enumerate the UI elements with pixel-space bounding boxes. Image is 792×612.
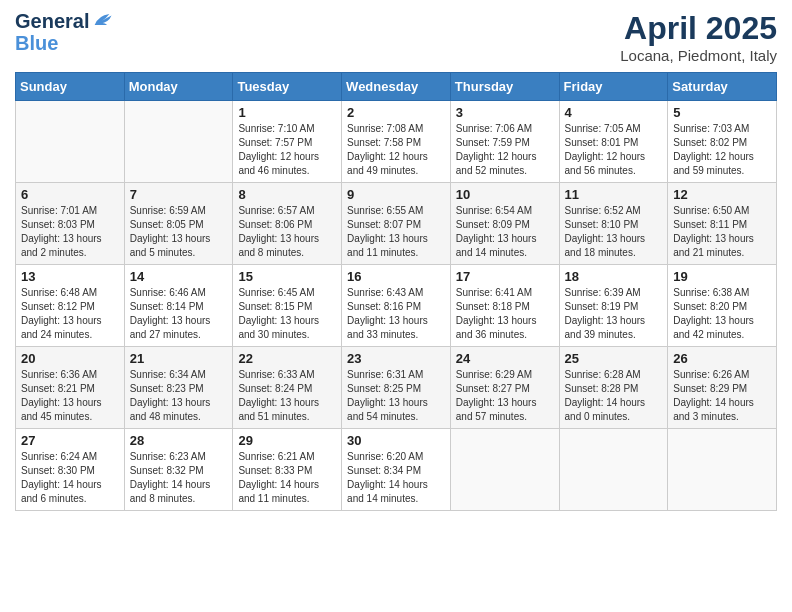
day-number: 7 [130,187,228,202]
day-number: 20 [21,351,119,366]
day-number: 8 [238,187,336,202]
col-saturday: Saturday [668,73,777,101]
table-row: 25Sunrise: 6:28 AMSunset: 8:28 PMDayligh… [559,347,668,429]
col-friday: Friday [559,73,668,101]
col-sunday: Sunday [16,73,125,101]
day-number: 26 [673,351,771,366]
day-number: 27 [21,433,119,448]
day-number: 28 [130,433,228,448]
day-info: Sunrise: 6:26 AMSunset: 8:29 PMDaylight:… [673,368,771,424]
day-number: 9 [347,187,445,202]
calendar-week-row: 20Sunrise: 6:36 AMSunset: 8:21 PMDayligh… [16,347,777,429]
calendar-week-row: 27Sunrise: 6:24 AMSunset: 8:30 PMDayligh… [16,429,777,511]
table-row: 28Sunrise: 6:23 AMSunset: 8:32 PMDayligh… [124,429,233,511]
logo-bird-icon [91,10,113,32]
calendar-week-row: 1Sunrise: 7:10 AMSunset: 7:57 PMDaylight… [16,101,777,183]
day-number: 1 [238,105,336,120]
calendar-table: Sunday Monday Tuesday Wednesday Thursday… [15,72,777,511]
day-info: Sunrise: 6:20 AMSunset: 8:34 PMDaylight:… [347,450,445,506]
table-row: 4Sunrise: 7:05 AMSunset: 8:01 PMDaylight… [559,101,668,183]
table-row: 21Sunrise: 6:34 AMSunset: 8:23 PMDayligh… [124,347,233,429]
day-number: 18 [565,269,663,284]
day-info: Sunrise: 6:59 AMSunset: 8:05 PMDaylight:… [130,204,228,260]
day-info: Sunrise: 6:48 AMSunset: 8:12 PMDaylight:… [21,286,119,342]
day-info: Sunrise: 6:57 AMSunset: 8:06 PMDaylight:… [238,204,336,260]
day-info: Sunrise: 6:38 AMSunset: 8:20 PMDaylight:… [673,286,771,342]
day-number: 14 [130,269,228,284]
day-info: Sunrise: 7:03 AMSunset: 8:02 PMDaylight:… [673,122,771,178]
day-number: 17 [456,269,554,284]
day-number: 13 [21,269,119,284]
table-row: 15Sunrise: 6:45 AMSunset: 8:15 PMDayligh… [233,265,342,347]
table-row: 12Sunrise: 6:50 AMSunset: 8:11 PMDayligh… [668,183,777,265]
day-number: 21 [130,351,228,366]
table-row: 13Sunrise: 6:48 AMSunset: 8:12 PMDayligh… [16,265,125,347]
day-info: Sunrise: 6:41 AMSunset: 8:18 PMDaylight:… [456,286,554,342]
day-info: Sunrise: 6:36 AMSunset: 8:21 PMDaylight:… [21,368,119,424]
day-number: 5 [673,105,771,120]
table-row: 24Sunrise: 6:29 AMSunset: 8:27 PMDayligh… [450,347,559,429]
day-number: 15 [238,269,336,284]
day-info: Sunrise: 6:39 AMSunset: 8:19 PMDaylight:… [565,286,663,342]
table-row [124,101,233,183]
calendar-week-row: 13Sunrise: 6:48 AMSunset: 8:12 PMDayligh… [16,265,777,347]
table-row: 17Sunrise: 6:41 AMSunset: 8:18 PMDayligh… [450,265,559,347]
day-info: Sunrise: 6:46 AMSunset: 8:14 PMDaylight:… [130,286,228,342]
day-number: 3 [456,105,554,120]
table-row: 16Sunrise: 6:43 AMSunset: 8:16 PMDayligh… [342,265,451,347]
day-info: Sunrise: 6:55 AMSunset: 8:07 PMDaylight:… [347,204,445,260]
col-wednesday: Wednesday [342,73,451,101]
table-row [668,429,777,511]
day-info: Sunrise: 6:52 AMSunset: 8:10 PMDaylight:… [565,204,663,260]
logo: General Blue [15,10,113,54]
day-info: Sunrise: 7:06 AMSunset: 7:59 PMDaylight:… [456,122,554,178]
day-info: Sunrise: 6:29 AMSunset: 8:27 PMDaylight:… [456,368,554,424]
day-info: Sunrise: 6:28 AMSunset: 8:28 PMDaylight:… [565,368,663,424]
day-number: 22 [238,351,336,366]
table-row: 20Sunrise: 6:36 AMSunset: 8:21 PMDayligh… [16,347,125,429]
main-title: April 2025 [620,10,777,47]
day-number: 25 [565,351,663,366]
day-number: 11 [565,187,663,202]
table-row: 8Sunrise: 6:57 AMSunset: 8:06 PMDaylight… [233,183,342,265]
day-info: Sunrise: 6:21 AMSunset: 8:33 PMDaylight:… [238,450,336,506]
day-info: Sunrise: 6:34 AMSunset: 8:23 PMDaylight:… [130,368,228,424]
day-info: Sunrise: 7:10 AMSunset: 7:57 PMDaylight:… [238,122,336,178]
day-number: 6 [21,187,119,202]
table-row: 7Sunrise: 6:59 AMSunset: 8:05 PMDaylight… [124,183,233,265]
table-row [559,429,668,511]
title-block: April 2025 Locana, Piedmont, Italy [620,10,777,64]
day-info: Sunrise: 6:50 AMSunset: 8:11 PMDaylight:… [673,204,771,260]
day-number: 23 [347,351,445,366]
col-tuesday: Tuesday [233,73,342,101]
day-info: Sunrise: 7:05 AMSunset: 8:01 PMDaylight:… [565,122,663,178]
table-row: 23Sunrise: 6:31 AMSunset: 8:25 PMDayligh… [342,347,451,429]
day-info: Sunrise: 6:45 AMSunset: 8:15 PMDaylight:… [238,286,336,342]
logo-text-general: General [15,10,89,32]
table-row: 29Sunrise: 6:21 AMSunset: 8:33 PMDayligh… [233,429,342,511]
table-row [450,429,559,511]
table-row: 26Sunrise: 6:26 AMSunset: 8:29 PMDayligh… [668,347,777,429]
day-info: Sunrise: 7:08 AMSunset: 7:58 PMDaylight:… [347,122,445,178]
header: General Blue April 2025 Locana, Piedmont… [15,10,777,64]
col-thursday: Thursday [450,73,559,101]
day-info: Sunrise: 7:01 AMSunset: 8:03 PMDaylight:… [21,204,119,260]
table-row: 19Sunrise: 6:38 AMSunset: 8:20 PMDayligh… [668,265,777,347]
table-row: 5Sunrise: 7:03 AMSunset: 8:02 PMDaylight… [668,101,777,183]
logo-text-blue: Blue [15,32,58,54]
day-number: 29 [238,433,336,448]
table-row [16,101,125,183]
table-row: 27Sunrise: 6:24 AMSunset: 8:30 PMDayligh… [16,429,125,511]
day-info: Sunrise: 6:23 AMSunset: 8:32 PMDaylight:… [130,450,228,506]
page: General Blue April 2025 Locana, Piedmont… [0,0,792,612]
day-number: 19 [673,269,771,284]
calendar-week-row: 6Sunrise: 7:01 AMSunset: 8:03 PMDaylight… [16,183,777,265]
day-number: 10 [456,187,554,202]
table-row: 1Sunrise: 7:10 AMSunset: 7:57 PMDaylight… [233,101,342,183]
day-number: 2 [347,105,445,120]
col-monday: Monday [124,73,233,101]
table-row: 3Sunrise: 7:06 AMSunset: 7:59 PMDaylight… [450,101,559,183]
day-number: 12 [673,187,771,202]
table-row: 22Sunrise: 6:33 AMSunset: 8:24 PMDayligh… [233,347,342,429]
day-info: Sunrise: 6:31 AMSunset: 8:25 PMDaylight:… [347,368,445,424]
